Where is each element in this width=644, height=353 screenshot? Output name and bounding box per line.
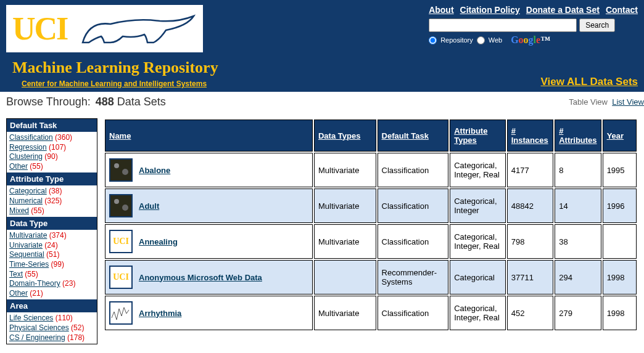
dataset-name-link[interactable]: Arrhythmia xyxy=(139,309,181,318)
link-contact[interactable]: Contact xyxy=(606,5,638,15)
column-header-link[interactable]: # Attributes xyxy=(559,126,597,145)
logo-box[interactable]: UCI xyxy=(6,5,203,52)
sidebar: Default TaskClassification (360)Regressi… xyxy=(6,118,97,344)
cell-inst: 37711 xyxy=(507,260,553,294)
dataset-thumbnail xyxy=(109,158,133,182)
sidebar-filter-link[interactable]: Other xyxy=(9,162,28,171)
cell-year xyxy=(603,224,637,259)
cell-dt xyxy=(314,260,376,294)
sidebar-filter-link[interactable]: Categorical xyxy=(9,187,47,195)
dataset-count: 488 xyxy=(96,95,114,108)
table-row: ArrhythmiaMultivariateClassificationCate… xyxy=(105,296,637,330)
sidebar-filter-link[interactable]: Physical Sciences xyxy=(9,323,69,332)
column-header-link[interactable]: Attribute Types xyxy=(454,126,487,145)
site-subtitle-link[interactable]: Center for Machine Learning and Intellig… xyxy=(6,79,207,88)
sidebar-filter-link[interactable]: Univariate xyxy=(9,241,43,250)
svg-point-2 xyxy=(122,169,128,175)
cell-year: 1998 xyxy=(603,296,637,330)
svg-rect-3 xyxy=(110,195,131,216)
sidebar-filter-link[interactable]: CS / Engineering xyxy=(9,333,65,342)
sidebar-filter-link[interactable]: Regression xyxy=(9,143,47,152)
sidebar-filter-link[interactable]: Other xyxy=(9,289,28,298)
sidebar-filter-link[interactable]: Text xyxy=(9,270,23,278)
cell-dt: Multivariate xyxy=(314,296,376,330)
main-table-area: NameData TypesDefault TaskAttribute Type… xyxy=(104,118,638,331)
sidebar-section-header: Data Type xyxy=(7,217,97,230)
cell-inst: 48842 xyxy=(507,189,553,223)
column-header-link[interactable]: Default Task xyxy=(382,131,429,140)
cell-natt: 14 xyxy=(555,189,601,223)
cell-year: 1995 xyxy=(603,153,637,187)
svg-point-1 xyxy=(114,163,119,168)
view-all-datasets-link[interactable]: View ALL Data Sets xyxy=(541,76,638,88)
sidebar-filter-link[interactable]: Numerical xyxy=(9,197,43,205)
radio-repository[interactable] xyxy=(429,36,437,44)
table-row: AdultMultivariateClassificationCategoric… xyxy=(105,189,637,223)
sidebar-filter-link[interactable]: Life Sciences xyxy=(9,314,53,322)
sidebar-filter-count: (99) xyxy=(49,260,64,269)
sidebar-filter-link[interactable]: Multivariate xyxy=(9,231,47,240)
sidebar-filter-link[interactable]: Sequential xyxy=(9,250,44,259)
sidebar-filter-count: (360) xyxy=(53,133,72,142)
svg-point-5 xyxy=(122,205,128,211)
dataset-thumbnail xyxy=(109,194,133,217)
dataset-count-suffix: Data Sets xyxy=(117,95,166,108)
sidebar-filter-count: (38) xyxy=(47,187,62,195)
cell-inst: 4177 xyxy=(507,153,553,187)
cell-natt: 279 xyxy=(555,296,601,330)
cell-inst: 452 xyxy=(507,296,553,330)
site-header: UCI About Citation Policy Donate a Data … xyxy=(0,0,644,92)
cell-task: Recommender-Systems xyxy=(378,260,449,294)
sidebar-filter-link[interactable]: Domain-Theory xyxy=(9,279,60,288)
dataset-thumbnail xyxy=(109,301,133,325)
dataset-name-link[interactable]: Adult xyxy=(139,201,159,211)
link-citation[interactable]: Citation Policy xyxy=(460,5,520,15)
dataset-name-link[interactable]: Anonymous Microsoft Web Data xyxy=(139,273,262,282)
dataset-name-link[interactable]: Abalone xyxy=(139,166,170,175)
cell-dt: Multivariate xyxy=(314,189,376,223)
cell-year: 1998 xyxy=(603,260,637,294)
search-input[interactable] xyxy=(429,18,577,32)
cell-natt: 8 xyxy=(555,153,601,187)
cell-task: Classification xyxy=(378,224,449,259)
cell-dt: Multivariate xyxy=(314,153,376,187)
column-header-link[interactable]: Data Types xyxy=(318,131,360,140)
cell-attr: Categorical, Integer, Real xyxy=(450,153,506,187)
sidebar-section-header: Default Task xyxy=(7,119,97,132)
sidebar-filter-count: (374) xyxy=(47,231,66,240)
svg-rect-0 xyxy=(110,160,131,181)
list-view-link[interactable]: List View xyxy=(612,97,644,107)
cell-attr: Categorical xyxy=(450,260,506,294)
sidebar-filter-link[interactable]: Clustering xyxy=(9,152,43,161)
radio-web-label: Web xyxy=(489,36,502,44)
sidebar-filter-count: (51) xyxy=(44,250,60,259)
site-title: Machine Learning Repository xyxy=(6,59,218,77)
search-button[interactable]: Search xyxy=(579,18,615,32)
link-about[interactable]: About xyxy=(429,5,453,15)
sidebar-filter-link[interactable]: Time-Series xyxy=(9,260,49,269)
column-header-link[interactable]: Name xyxy=(109,131,131,140)
sidebar-filter-count: (325) xyxy=(43,197,62,205)
table-view-label: Table View xyxy=(569,97,608,107)
dataset-thumbnail: UCI xyxy=(109,266,133,289)
cell-attr: Categorical, Integer, Real xyxy=(450,224,506,259)
radio-web[interactable] xyxy=(477,36,485,44)
sidebar-filter-link[interactable]: Classification xyxy=(9,133,53,142)
sidebar-section-header: Area xyxy=(7,299,97,312)
table-row: UCIAnnealingMultivariateClassificationCa… xyxy=(105,224,637,259)
cell-attr: Categorical, Integer xyxy=(450,189,506,223)
column-header-link[interactable]: # Instances xyxy=(511,126,548,145)
sidebar-filter-count: (21) xyxy=(28,289,43,298)
dataset-thumbnail: UCI xyxy=(109,230,133,253)
column-header-link[interactable]: Year xyxy=(607,131,624,140)
link-donate[interactable]: Donate a Data Set xyxy=(526,5,600,15)
top-links: About Citation Policy Donate a Data Set … xyxy=(429,5,638,15)
cell-task: Classification xyxy=(378,189,449,223)
table-row: AbaloneMultivariateClassificationCategor… xyxy=(105,153,637,187)
dataset-name-link[interactable]: Annealing xyxy=(139,237,178,246)
sidebar-filter-count: (23) xyxy=(60,279,76,288)
sidebar-filter-link[interactable]: Mixed xyxy=(9,206,29,215)
logo-uci-text: UCI xyxy=(12,10,67,47)
sidebar-filter-count: (55) xyxy=(29,206,44,215)
sidebar-filter-count: (52) xyxy=(69,323,85,332)
